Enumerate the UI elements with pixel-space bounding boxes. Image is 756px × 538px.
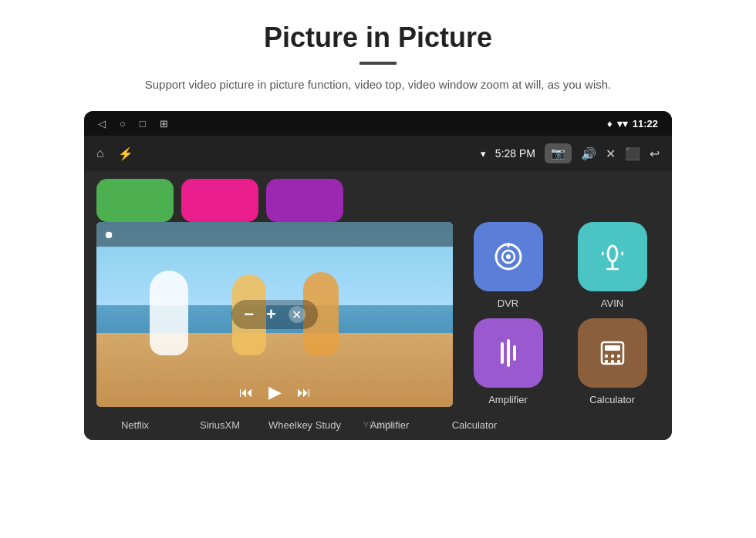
pip-prev-button[interactable]: ⏮ bbox=[239, 385, 253, 401]
title-divider bbox=[359, 62, 397, 65]
home-nav-icon[interactable]: ○ bbox=[120, 118, 126, 129]
status-time: 11:22 bbox=[633, 118, 658, 129]
calculator-icon-box[interactable] bbox=[578, 318, 647, 388]
amplifier-svg-icon bbox=[491, 336, 525, 370]
app-toolbar: ⌂ ⚡ ▾ 5:28 PM 📷 🔊 ✕ ⬛ ↩ bbox=[84, 136, 672, 171]
app-icon-dvr[interactable]: DVR bbox=[461, 222, 555, 309]
pip-video[interactable]: ⏺ − + ✕ ⏮ ▶ ⏭ bbox=[96, 222, 453, 407]
back-icon[interactable]: ↩ bbox=[650, 146, 660, 161]
page-title: Picture in Picture bbox=[264, 22, 492, 54]
usb-icon: ⚡ bbox=[118, 146, 133, 161]
pip-play-button[interactable]: ▶ bbox=[268, 382, 282, 402]
pip-record-icon: ⏺ bbox=[104, 229, 114, 240]
app-grid-right: DVR AVIN bbox=[461, 222, 660, 407]
volume-icon[interactable]: 🔊 bbox=[581, 146, 596, 161]
pip-close-inline[interactable]: ✕ bbox=[289, 306, 305, 323]
recents-nav-icon[interactable]: □ bbox=[140, 118, 146, 129]
pip-plus-button[interactable]: + bbox=[266, 304, 276, 324]
app-icon-pink[interactable] bbox=[181, 179, 258, 222]
dvr-icon-box[interactable] bbox=[474, 222, 543, 291]
toolbar-right: ▾ 5:28 PM 📷 🔊 ✕ ⬛ ↩ bbox=[481, 143, 660, 163]
svg-point-17 bbox=[616, 360, 619, 363]
device-frame: ◁ ○ □ ⊞ ♦ ▾▾ 11:22 ⌂ ⚡ ▾ 5:28 PM 📷 🔊 bbox=[84, 111, 672, 440]
avin-svg-icon bbox=[596, 240, 629, 274]
pip-container[interactable]: ⏺ − + ✕ ⏮ ▶ ⏭ bbox=[96, 222, 453, 407]
calculator-bottom-label: Calculator bbox=[452, 419, 498, 431]
svg-rect-11 bbox=[605, 345, 620, 351]
app-icon-avin[interactable]: AVIN bbox=[565, 222, 660, 309]
netflix-label: Netflix bbox=[121, 419, 149, 431]
avin-label: AVIN bbox=[601, 298, 623, 309]
dvr-svg-icon bbox=[491, 240, 525, 274]
app-icon-calculator[interactable]: Calculator bbox=[565, 318, 660, 405]
amplifier-icon-box[interactable] bbox=[474, 318, 543, 388]
close-window-icon[interactable]: ✕ bbox=[606, 146, 616, 161]
calculator-label: Calculator bbox=[589, 394, 635, 405]
bottom-app-wheelkey[interactable]: Wheelkey Study bbox=[266, 419, 343, 431]
home-icon[interactable]: ⌂ bbox=[96, 146, 104, 160]
wifi-icon: ▾ bbox=[481, 148, 486, 160]
pip-bottom-controls[interactable]: ⏮ ▶ ⏭ bbox=[96, 382, 453, 402]
bottom-app-siriusxm[interactable]: SiriusXM bbox=[181, 419, 258, 431]
calculator-svg-icon bbox=[596, 336, 629, 370]
status-bar-indicators: ♦ ▾▾ 11:22 bbox=[607, 118, 658, 129]
app-icons-top-row bbox=[84, 171, 672, 222]
svg-point-14 bbox=[616, 355, 619, 358]
wifi-signal-icon: ▾▾ bbox=[617, 118, 628, 129]
pip-overlay-bar: ⏺ bbox=[96, 222, 453, 247]
camera-icon[interactable]: 📷 bbox=[545, 143, 572, 163]
toolbar-left: ⌂ ⚡ bbox=[96, 146, 133, 161]
siriusxm-label: SiriusXM bbox=[200, 419, 240, 431]
svg-point-13 bbox=[610, 355, 613, 358]
avin-icon-box[interactable] bbox=[578, 222, 647, 291]
svg-point-4 bbox=[608, 246, 617, 261]
amplifier-label: Amplifier bbox=[488, 394, 528, 405]
svg-point-12 bbox=[604, 355, 607, 358]
status-bar: ◁ ○ □ ⊞ ♦ ▾▾ 11:22 bbox=[84, 111, 672, 136]
person-figure-1 bbox=[150, 271, 188, 355]
toolbar-time: 5:28 PM bbox=[495, 147, 535, 160]
watermark: YC299 bbox=[363, 420, 393, 429]
page-subtitle: Support video picture in picture functio… bbox=[145, 76, 611, 94]
app-icon-amplifier[interactable]: Amplifier bbox=[461, 318, 555, 405]
app-icon-green[interactable] bbox=[96, 179, 174, 222]
menu-nav-icon[interactable]: ⊞ bbox=[160, 118, 168, 129]
dvr-label: DVR bbox=[498, 298, 518, 309]
bottom-app-netflix[interactable]: Netflix bbox=[96, 419, 174, 431]
bottom-app-calculator[interactable]: Calculator bbox=[436, 419, 513, 431]
main-area: ⏺ − + ✕ ⏮ ▶ ⏭ bbox=[84, 222, 672, 415]
svg-point-15 bbox=[604, 360, 607, 363]
status-bar-nav: ◁ ○ □ ⊞ bbox=[98, 118, 168, 129]
wheelkey-label: Wheelkey Study bbox=[268, 419, 341, 431]
device-content: ⏺ − + ✕ ⏮ ▶ ⏭ bbox=[84, 171, 672, 440]
page-wrapper: Picture in Picture Support video picture… bbox=[0, 0, 756, 440]
pip-next-button[interactable]: ⏭ bbox=[297, 385, 311, 401]
back-nav-icon[interactable]: ◁ bbox=[98, 118, 106, 129]
pip-minus-button[interactable]: − bbox=[244, 304, 254, 324]
app-icon-purple[interactable] bbox=[266, 179, 343, 222]
svg-point-2 bbox=[506, 254, 511, 259]
location-icon: ♦ bbox=[607, 118, 613, 129]
pip-window-icon[interactable]: ⬛ bbox=[625, 146, 640, 161]
svg-point-16 bbox=[610, 360, 613, 363]
pip-controls-bar[interactable]: − + ✕ bbox=[231, 300, 318, 329]
